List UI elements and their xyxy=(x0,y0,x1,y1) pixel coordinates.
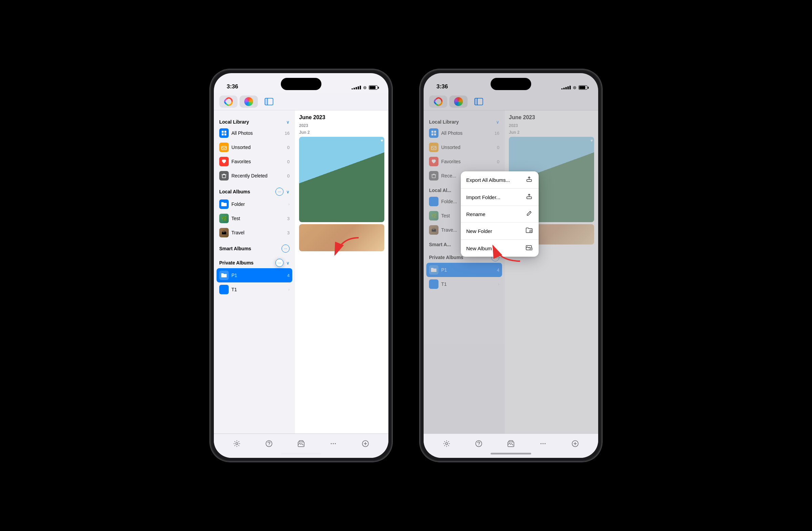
test-album-thumb-left: 🌿 xyxy=(219,214,229,223)
local-albums-chevron-left[interactable]: ∨ xyxy=(286,189,290,194)
t1-chevron-left: › xyxy=(288,287,290,292)
bottom-bar-left xyxy=(214,433,388,458)
recently-deleted-label-left: Recently Deleted xyxy=(231,173,287,179)
signal-dot-5 xyxy=(360,86,361,89)
more-btn-left[interactable] xyxy=(327,437,340,450)
help-btn-right[interactable] xyxy=(472,437,485,450)
test-count-left: 3 xyxy=(287,216,290,221)
deleted-icon-left xyxy=(219,171,229,181)
gear-icon-right xyxy=(443,440,450,447)
phone-screen-left: 3:36 ⊛ xyxy=(214,73,388,458)
local-library-chevron-left[interactable]: ∨ xyxy=(286,120,290,125)
travel-label-left: Travel xyxy=(231,230,287,235)
local-albums-dots-btn-left[interactable]: ··· xyxy=(275,187,284,196)
main-content-left: Local Library ∨ xyxy=(214,110,388,433)
context-menu-export-all[interactable]: Export All Albums... xyxy=(461,171,539,188)
phone-screen-right: 3:36 ⊛ xyxy=(424,73,598,458)
sidebar-item-t1-left[interactable]: T1 › xyxy=(214,282,295,297)
svg-point-42 xyxy=(478,445,479,445)
private-albums-chevron-left[interactable]: ∨ xyxy=(286,261,290,266)
photo-thumb-food-left xyxy=(299,224,385,251)
context-menu-import-folder[interactable]: Import Folder... xyxy=(461,188,539,206)
p1-folder-icon-left xyxy=(221,273,227,278)
toolbar-sidebar-btn-left[interactable] xyxy=(260,96,278,108)
svg-rect-4 xyxy=(222,131,223,133)
all-photos-icon-left xyxy=(219,128,229,138)
photo-thumb-tree-left: ♥ xyxy=(299,137,385,222)
heart-icon-left xyxy=(221,159,227,164)
sidebar-item-recently-deleted-left[interactable]: Recently Deleted 0 xyxy=(214,169,295,183)
private-albums-dots-btn-left[interactable]: ··· xyxy=(275,259,284,267)
svg-rect-7 xyxy=(224,134,226,136)
dynamic-island-left xyxy=(281,78,321,90)
photo-stack-btn-right[interactable] xyxy=(504,437,518,450)
signal-dot-4 xyxy=(358,86,359,89)
battery-icon-left xyxy=(369,85,378,90)
photos-rainbow-icon-left xyxy=(224,97,233,106)
toolbar-albums-btn-left[interactable] xyxy=(240,96,258,108)
add-btn-left[interactable] xyxy=(359,437,372,450)
svg-rect-5 xyxy=(224,131,226,133)
new-folder-label: New Folder xyxy=(466,228,525,234)
smart-albums-title-left: Smart Albums xyxy=(219,246,281,251)
tray-icon-left xyxy=(221,144,227,150)
local-albums-actions-left: ··· ∨ xyxy=(275,187,290,196)
phone-frame-left: 3:36 ⊛ xyxy=(210,69,392,462)
help-btn-left[interactable] xyxy=(262,437,276,450)
top-toolbar-left xyxy=(214,93,388,110)
sidebar-item-all-photos-left[interactable]: All Photos 16 xyxy=(214,126,295,140)
folder-chevron-left: › xyxy=(288,202,290,207)
gear-btn-left[interactable] xyxy=(230,437,244,450)
local-albums-header-left: Local Albums ··· ∨ xyxy=(214,184,295,197)
import-folder-label: Import Folder... xyxy=(466,194,525,200)
sidebar-item-favorites-left[interactable]: Favorites 0 xyxy=(214,154,295,169)
unsorted-icon-left xyxy=(219,143,229,152)
ellipsis-icon-left xyxy=(330,440,337,447)
content-area-left: June 2023 2023 Jun 2 ♥ xyxy=(295,110,388,433)
smart-albums-dots-btn-left[interactable]: ··· xyxy=(281,244,290,253)
folder-label-left: Folder xyxy=(231,201,287,207)
smart-albums-header-left: Smart Albums ··· xyxy=(214,241,295,254)
travel-album-thumb-left: 🏔 xyxy=(219,228,229,237)
gear-btn-right[interactable] xyxy=(440,437,453,450)
content-title-left: June 2023 xyxy=(299,114,385,121)
context-menu-new-folder[interactable]: New Folder xyxy=(461,223,539,240)
add-btn-right[interactable] xyxy=(568,437,582,450)
p1-icon-left xyxy=(219,270,229,280)
favorites-count-left: 0 xyxy=(287,159,290,164)
all-photos-count-left: 16 xyxy=(285,131,290,136)
sidebar-item-unsorted-left[interactable]: Unsorted 0 xyxy=(214,140,295,154)
sidebar-item-travel-left[interactable]: 🏔 Travel 3 xyxy=(214,225,295,240)
context-menu-new-album[interactable]: New Album xyxy=(461,240,539,257)
toolbar-photos-btn-left[interactable] xyxy=(219,96,237,108)
svg-point-17 xyxy=(335,443,336,444)
new-album-label: New Album xyxy=(466,246,525,251)
sidebar-panel-left: Local Library ∨ xyxy=(214,110,295,433)
svg-rect-31 xyxy=(527,197,532,199)
svg-rect-3 xyxy=(265,98,267,105)
svg-rect-6 xyxy=(222,134,223,136)
sidebar-item-test-left[interactable]: 🌿 Test 3 xyxy=(214,211,295,225)
photo-stack-icon-left xyxy=(298,440,305,447)
signal-dot-1 xyxy=(351,88,353,89)
trash-icon-left xyxy=(221,173,227,179)
t1-folder-icon-left xyxy=(221,287,227,292)
status-icons-left: ⊛ xyxy=(351,85,378,90)
sidebar-item-p1-left[interactable]: P1 4 xyxy=(217,268,292,282)
local-albums-title-left: Local Albums xyxy=(219,189,275,194)
sidebar-toggle-icon-left xyxy=(264,98,273,105)
new-album-icon xyxy=(525,244,533,252)
photo-stack-btn-left[interactable] xyxy=(294,437,308,450)
sidebar-item-folder-left[interactable]: Folder › xyxy=(214,197,295,211)
more-btn-right[interactable] xyxy=(536,437,550,450)
test-label-left: Test xyxy=(231,216,287,221)
new-folder-icon-svg xyxy=(526,227,533,233)
recently-deleted-count-left: 0 xyxy=(287,173,290,179)
photo-container-1-left: ♥ xyxy=(299,137,385,222)
phone-right: 3:36 ⊛ xyxy=(420,69,602,462)
home-indicator-right xyxy=(491,453,531,455)
svg-point-15 xyxy=(331,443,332,444)
context-menu-rename[interactable]: Rename xyxy=(461,206,539,223)
svg-point-16 xyxy=(333,443,334,444)
private-albums-header-left: Private Albums ··· ∨ xyxy=(214,255,295,268)
